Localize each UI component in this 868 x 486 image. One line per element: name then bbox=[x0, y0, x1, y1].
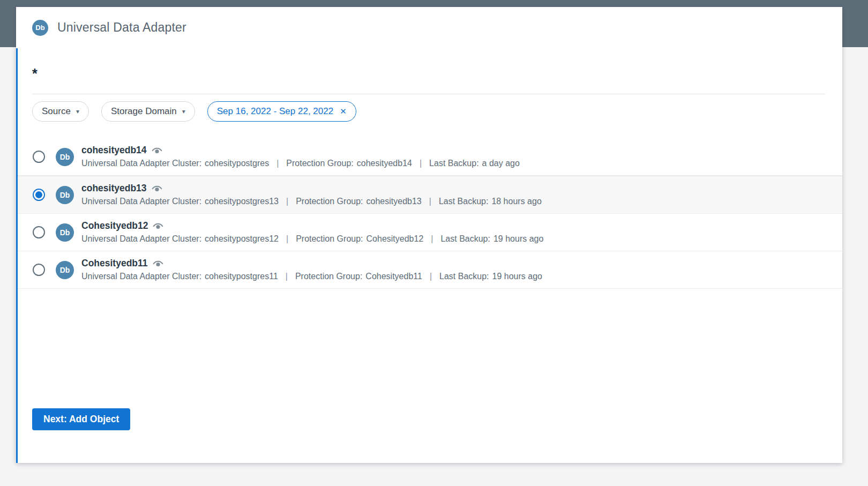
eye-icon bbox=[152, 185, 162, 193]
object-list: Db cohesityedb14 Universal Data Adapter … bbox=[18, 138, 842, 289]
radio-button[interactable] bbox=[33, 151, 45, 163]
storage-domain-filter-chip[interactable]: Storage Domain ▾ bbox=[101, 101, 195, 122]
cluster-label: Universal Data Adapter Cluster: bbox=[81, 272, 201, 281]
db-avatar: Db bbox=[56, 261, 74, 279]
date-range-label: Sep 16, 2022 - Sep 22, 2022 bbox=[217, 106, 333, 117]
db-avatar: Db bbox=[32, 20, 48, 36]
list-item[interactable]: Db cohesityedb14 Universal Data Adapter … bbox=[18, 138, 842, 176]
source-filter-chip[interactable]: Source ▾ bbox=[32, 101, 89, 122]
divider: | bbox=[429, 197, 431, 206]
list-item-text: cohesityedb14 Universal Data Adapter Clu… bbox=[81, 145, 520, 168]
object-name-label: Cohesityedb11 bbox=[81, 258, 148, 269]
divider: | bbox=[431, 234, 433, 243]
protection-group-label: Protection Group: bbox=[295, 272, 362, 281]
list-item-text: Cohesityedb12 Universal Data Adapter Clu… bbox=[81, 220, 543, 244]
storage-domain-filter-label: Storage Domain bbox=[111, 106, 177, 117]
last-backup-label: Last Backup: bbox=[429, 159, 479, 168]
object-name: cohesityedb14 bbox=[81, 145, 520, 156]
protection-group-value: Cohesityedb11 bbox=[365, 272, 422, 281]
cluster-value: cohesitypostgres11 bbox=[205, 272, 278, 281]
panel-header: Db Universal Data Adapter bbox=[16, 7, 842, 48]
db-avatar: Db bbox=[56, 148, 74, 166]
divider: | bbox=[286, 234, 288, 243]
object-details: Universal Data Adapter Cluster:cohesityp… bbox=[81, 271, 542, 281]
protection-group-value: cohesityedb14 bbox=[357, 159, 412, 168]
protection-group-label: Protection Group: bbox=[296, 234, 363, 243]
radio-button[interactable] bbox=[33, 264, 45, 276]
cluster-label: Universal Data Adapter Cluster: bbox=[81, 159, 201, 168]
universal-data-adapter-panel: Db Universal Data Adapter * Source ▾ Sto… bbox=[16, 7, 842, 463]
eye-icon bbox=[153, 223, 163, 230]
cluster-label: Universal Data Adapter Cluster: bbox=[81, 197, 201, 206]
eye-icon bbox=[153, 260, 163, 268]
last-backup-label: Last Backup: bbox=[440, 234, 490, 243]
list-item[interactable]: Db Cohesityedb11 Universal Data Adapter … bbox=[18, 251, 842, 289]
divider: | bbox=[286, 272, 288, 281]
cluster-value: cohesitypostgres13 bbox=[205, 197, 279, 206]
list-item-text: cohesityedb13 Universal Data Adapter Clu… bbox=[81, 183, 542, 206]
divider: | bbox=[430, 272, 432, 281]
chevron-down-icon: ▾ bbox=[76, 108, 79, 115]
protection-group-value: Cohesityedb12 bbox=[366, 234, 424, 243]
list-item[interactable]: Db cohesityedb13 Universal Data Adapter … bbox=[18, 176, 842, 214]
protection-group-label: Protection Group: bbox=[286, 159, 353, 168]
next-add-object-button[interactable]: Next: Add Object bbox=[32, 408, 130, 430]
last-backup-label: Last Backup: bbox=[439, 197, 489, 206]
date-range-filter-chip[interactable]: Sep 16, 2022 - Sep 22, 2022 ✕ bbox=[207, 101, 356, 122]
object-name-label: cohesityedb14 bbox=[81, 145, 147, 156]
last-backup-value: a day ago bbox=[482, 159, 520, 168]
divider: | bbox=[420, 159, 422, 168]
page-title: Universal Data Adapter bbox=[57, 20, 186, 35]
db-avatar: Db bbox=[56, 186, 74, 204]
object-details: Universal Data Adapter Cluster:cohesityp… bbox=[81, 234, 543, 244]
cluster-label: Universal Data Adapter Cluster: bbox=[81, 234, 201, 243]
cluster-value: cohesitypostgres bbox=[205, 159, 269, 168]
chevron-down-icon: ▾ bbox=[182, 108, 185, 115]
search-query-text[interactable]: * bbox=[32, 66, 38, 81]
filter-bar: Source ▾ Storage Domain ▾ Sep 16, 2022 -… bbox=[32, 101, 356, 122]
object-name-label: Cohesityedb12 bbox=[81, 220, 148, 231]
last-backup-value: 19 hours ago bbox=[492, 272, 542, 281]
list-item-text: Cohesityedb11 Universal Data Adapter Clu… bbox=[81, 258, 542, 281]
radio-button[interactable] bbox=[33, 226, 45, 238]
cluster-value: cohesitypostgres12 bbox=[205, 234, 279, 243]
protection-group-label: Protection Group: bbox=[296, 197, 363, 206]
protection-group-value: cohesityedb13 bbox=[366, 197, 422, 206]
object-details: Universal Data Adapter Cluster:cohesityp… bbox=[81, 196, 542, 206]
last-backup-value: 18 hours ago bbox=[491, 197, 541, 206]
source-filter-label: Source bbox=[42, 106, 71, 117]
last-backup-label: Last Backup: bbox=[439, 272, 489, 281]
list-item[interactable]: Db Cohesityedb12 Universal Data Adapter … bbox=[18, 214, 842, 251]
object-details: Universal Data Adapter Cluster:cohesityp… bbox=[81, 158, 520, 168]
eye-icon bbox=[152, 147, 162, 155]
radio-button[interactable] bbox=[33, 189, 45, 201]
object-name-label: cohesityedb13 bbox=[81, 183, 147, 194]
search-input-underline[interactable] bbox=[32, 94, 825, 94]
object-name: Cohesityedb11 bbox=[81, 258, 542, 269]
last-backup-value: 19 hours ago bbox=[493, 234, 543, 243]
object-name: cohesityedb13 bbox=[81, 183, 542, 194]
divider: | bbox=[286, 197, 288, 206]
divider: | bbox=[276, 159, 279, 168]
db-avatar: Db bbox=[56, 223, 74, 242]
object-name: Cohesityedb12 bbox=[81, 220, 543, 231]
close-icon[interactable]: ✕ bbox=[340, 107, 347, 116]
